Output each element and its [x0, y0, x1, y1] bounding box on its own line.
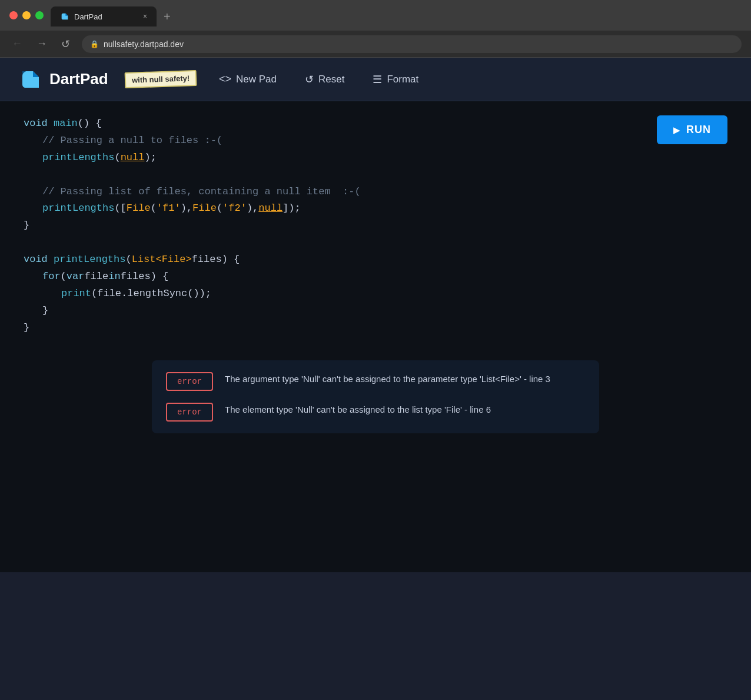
error-message-1: The argument type 'Null' can't be assign…	[225, 372, 550, 386]
kw-for: for	[42, 268, 61, 286]
close-window-button[interactable]	[9, 11, 18, 19]
dart-tab-icon	[60, 12, 69, 21]
error-panel: error The argument type 'Null' can't be …	[152, 360, 599, 433]
comment-1: // Passing a null to files :-(	[42, 132, 222, 150]
code-line-12: }	[24, 303, 727, 320]
code-line-1: void main() {	[24, 115, 727, 132]
error-badge-2: error	[166, 403, 213, 422]
reload-button[interactable]: ↺	[59, 35, 72, 53]
tab-bar: DartPad × +	[51, 4, 742, 26]
back-button[interactable]: ←	[9, 35, 25, 52]
kw-var: var	[67, 268, 85, 286]
forward-button[interactable]: →	[34, 35, 49, 52]
format-icon: ☰	[373, 73, 382, 86]
lock-icon: 🔒	[90, 40, 99, 48]
app-header: DartPad with null safety! <> New Pad ↺ R…	[0, 58, 751, 101]
kw-void-2: void	[24, 251, 48, 268]
dartpad-logo: DartPad	[19, 68, 108, 91]
traffic-lights	[9, 11, 44, 19]
run-play-icon: ▶	[673, 125, 680, 135]
dart-logo-icon	[19, 68, 42, 91]
type-list: List<File>	[132, 251, 192, 268]
type-file-2: File	[192, 200, 217, 217]
address-text: nullsafety.dartpad.dev	[104, 39, 184, 49]
str-f2: 'f2'	[222, 200, 247, 217]
code-line-13: }	[24, 320, 727, 337]
browser-tab[interactable]: DartPad ×	[51, 6, 157, 26]
error-row-2: error The element type 'Null' can't be a…	[166, 403, 585, 422]
code-line-7: }	[24, 217, 727, 234]
tab-close-button[interactable]: ×	[143, 12, 147, 21]
code-line-6: printLengths([File('f1'), File('f2'), nu…	[24, 200, 727, 217]
run-button[interactable]: ▶ RUN	[657, 115, 727, 144]
reset-label: Reset	[318, 74, 344, 85]
fn-printlengths-1: printLengths	[42, 150, 114, 167]
fn-printlengths-2: printLengths	[42, 200, 114, 217]
code-line-8	[24, 234, 727, 251]
maximize-window-button[interactable]	[35, 11, 44, 19]
reset-icon: ↺	[305, 73, 314, 86]
browser-chrome: DartPad × + ← → ↺ 🔒 nullsafety.dartpad.d…	[0, 0, 751, 58]
format-label: Format	[387, 74, 418, 85]
minimize-window-button[interactable]	[22, 11, 31, 19]
null-safety-badge: with null safety!	[124, 70, 197, 88]
address-bar: ← → ↺ 🔒 nullsafety.dartpad.dev	[0, 31, 751, 58]
code-line-11: print(file.lengthSync());	[24, 286, 727, 303]
error-badge-1: error	[166, 372, 213, 391]
reset-button[interactable]: ↺ Reset	[299, 69, 350, 89]
error-row-1: error The argument type 'Null' can't be …	[166, 372, 585, 391]
fn-print: print	[61, 286, 91, 303]
type-file-1: File	[127, 200, 151, 217]
kw-void-1: void	[24, 115, 48, 132]
new-tab-button[interactable]: +	[157, 6, 178, 26]
null-2: null	[258, 200, 283, 217]
code-line-10: for (var file in files) {	[24, 268, 727, 286]
fn-printlengths-def: printLengths	[54, 251, 125, 268]
address-input-wrap[interactable]: 🔒 nullsafety.dartpad.dev	[82, 35, 742, 53]
dartpad-title: DartPad	[49, 70, 108, 88]
null-1: null	[121, 150, 145, 167]
code-editor[interactable]: void main() { // Passing a null to files…	[24, 115, 727, 337]
kw-in: in	[108, 268, 120, 286]
new-pad-icon: <>	[219, 73, 231, 85]
error-message-2: The element type 'Null' can't be assigne…	[225, 403, 491, 417]
code-line-9: void printLengths(List<File> files) {	[24, 251, 727, 268]
str-f1: 'f1'	[157, 200, 181, 217]
tab-title: DartPad	[74, 12, 102, 21]
new-pad-button[interactable]: <> New Pad	[213, 69, 283, 89]
new-pad-label: New Pad	[236, 74, 277, 85]
code-line-5: // Passing list of files, containing a n…	[24, 184, 727, 201]
code-line-2: // Passing a null to files :-(	[24, 132, 727, 150]
format-button[interactable]: ☰ Format	[367, 69, 424, 89]
comment-2: // Passing list of files, containing a n…	[42, 184, 361, 201]
run-label: RUN	[686, 124, 711, 136]
fn-main: main	[54, 115, 78, 132]
main-content: ▶ RUN void main() { // Passing a null to…	[0, 101, 751, 572]
title-bar: DartPad × +	[0, 0, 751, 31]
code-line-3: printLengths(null);	[24, 150, 727, 167]
code-line-4	[24, 167, 727, 184]
